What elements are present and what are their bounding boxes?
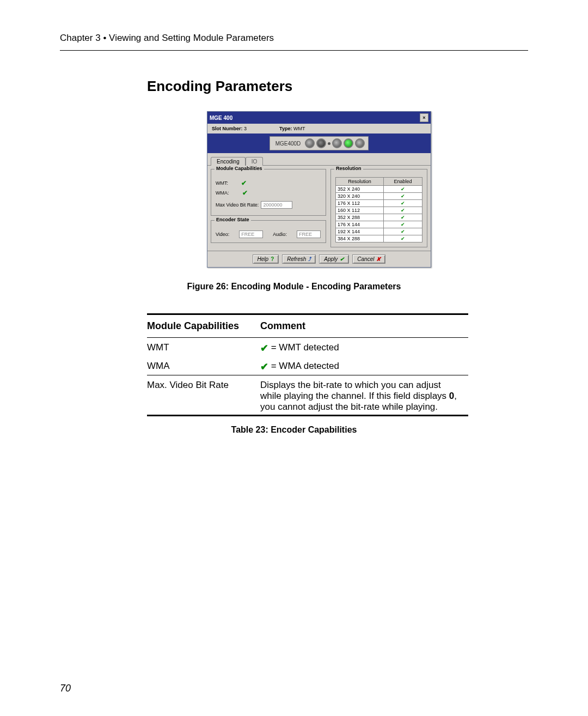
led-icon: [328, 142, 330, 145]
led-icon: [355, 138, 365, 148]
slot-number-value: 3: [244, 126, 247, 131]
dialog-titlebar: MGE 400 ×: [207, 112, 431, 124]
help-button[interactable]: Help?: [253, 254, 279, 264]
check-icon: ✔: [383, 193, 422, 200]
encoder-state-title: Encoder State: [215, 217, 251, 222]
slot-number-label: Slot Number:: [212, 126, 243, 131]
table-row: 320 X 240✔: [336, 193, 422, 200]
dialog-info-row: Slot Number: 3 Type: WMT: [207, 124, 431, 134]
tab-row: Encoding IO: [207, 153, 431, 166]
enabled-col-header: Enabled: [383, 178, 422, 186]
header-separator: •: [103, 33, 106, 43]
wmt-label: WMT:: [216, 180, 228, 186]
chapter-title: Viewing and Setting Module Parameters: [109, 33, 274, 43]
table-row: 384 X 288✔: [336, 235, 422, 242]
help-icon: ?: [271, 256, 274, 262]
check-icon: ✔: [260, 343, 268, 354]
led-icon: [316, 138, 326, 148]
resolution-group: Resolution Resolution Enabled 352 X 240✔…: [330, 169, 427, 247]
check-icon: ✔: [242, 189, 248, 197]
led-icon: [332, 138, 342, 148]
type-label: Type:: [279, 126, 292, 131]
cap-comment: ✔ = WMT detected: [260, 338, 468, 357]
video-state-label: Video:: [216, 232, 229, 237]
device-indicator-box: MGE400D: [270, 136, 369, 150]
mge400-dialog: MGE 400 × Slot Number: 3 Type: WMT MGE40…: [207, 111, 431, 268]
page-number: 70: [60, 683, 71, 694]
dialog-button-row: Help? Refresh⤴ Apply✔ Cancel✘: [207, 251, 431, 267]
max-bitrate-label: Max Video Bit Rate:: [216, 202, 259, 208]
table-row: 192 X 144✔: [336, 228, 422, 235]
led-icon: [344, 138, 353, 148]
check-icon: ✔: [383, 214, 422, 221]
figure-caption: Figure 26: Encoding Module - Encoding Pa…: [60, 282, 528, 292]
page-header: Chapter 3 • Viewing and Setting Module P…: [60, 33, 528, 44]
resolution-table: Resolution Enabled 352 X 240✔ 320 X 240✔…: [335, 177, 422, 242]
table-caption: Table 23: Encoder Capabilities: [60, 425, 528, 435]
type-value: WMT: [293, 126, 305, 131]
device-name: MGE400D: [275, 141, 301, 147]
wma-label: WMA:: [216, 190, 229, 196]
header-rule: [60, 50, 528, 51]
refresh-button[interactable]: Refresh⤴: [282, 254, 316, 264]
check-icon: ✔: [340, 256, 344, 262]
section-heading: Encoding Parameters: [147, 78, 528, 95]
resolution-title: Resolution: [334, 166, 363, 171]
tab-io[interactable]: IO: [246, 157, 264, 166]
tab-encoding[interactable]: Encoding: [211, 157, 246, 166]
resolution-col-header: Resolution: [336, 178, 384, 186]
max-bitrate-input[interactable]: 2000000: [261, 201, 292, 209]
cap-comment: Displays the bit-rate to which you can a…: [260, 375, 468, 415]
check-icon: ✔: [383, 228, 422, 235]
type-field: Type: WMT: [279, 126, 305, 131]
chapter-label: Chapter 3: [60, 33, 101, 43]
col-module-capabilities: Module Capabilities: [147, 314, 260, 338]
cancel-button[interactable]: Cancel✘: [352, 254, 385, 264]
table-row: 176 X 112✔: [336, 200, 422, 207]
table-row: 352 X 288✔: [336, 214, 422, 221]
slot-number-field: Slot Number: 3: [212, 126, 247, 131]
check-icon: ✔: [241, 179, 247, 187]
cap-comment: ✔ = WMA detected: [260, 356, 468, 375]
audio-state-value: FREE: [297, 230, 321, 238]
module-capabilities-group: Module Capabilities WMT: ✔ WMA: ✔ Max Vi…: [211, 169, 326, 216]
table-row: 176 X 144✔: [336, 221, 422, 228]
device-banner: MGE400D: [207, 134, 431, 153]
video-state-value: FREE: [239, 230, 263, 238]
table-row: 160 X 112✔: [336, 207, 422, 214]
check-icon: ✔: [260, 361, 268, 372]
audio-state-label: Audio:: [273, 232, 287, 237]
led-icon: [305, 138, 315, 148]
close-icon[interactable]: ×: [420, 113, 428, 122]
cap-name: WMA: [147, 356, 260, 375]
check-icon: ✔: [383, 235, 422, 242]
status-indicators: [305, 138, 365, 148]
check-icon: ✔: [383, 200, 422, 207]
apply-button[interactable]: Apply✔: [319, 254, 349, 264]
col-comment: Comment: [260, 314, 468, 338]
check-icon: ✔: [383, 186, 422, 193]
encoder-capabilities-table: Module Capabilities Comment WMT ✔ = WMT …: [147, 313, 468, 416]
table-row: Max. Video Bit Rate Displays the bit-rat…: [147, 375, 468, 415]
table-row: 352 X 240✔: [336, 186, 422, 193]
check-icon: ✔: [383, 221, 422, 228]
encoder-state-group: Encoder State Video: FREE Audio: FREE: [211, 220, 326, 243]
dialog-title: MGE 400: [210, 115, 232, 121]
cancel-icon: ✘: [376, 256, 381, 262]
module-capabilities-title: Module Capabilities: [215, 166, 264, 171]
table-row: WMA ✔ = WMA detected: [147, 356, 468, 375]
table-row: WMT ✔ = WMT detected: [147, 338, 468, 357]
check-icon: ✔: [383, 207, 422, 214]
refresh-icon: ⤴: [308, 256, 311, 262]
cap-name: Max. Video Bit Rate: [147, 375, 260, 415]
cap-name: WMT: [147, 338, 260, 357]
